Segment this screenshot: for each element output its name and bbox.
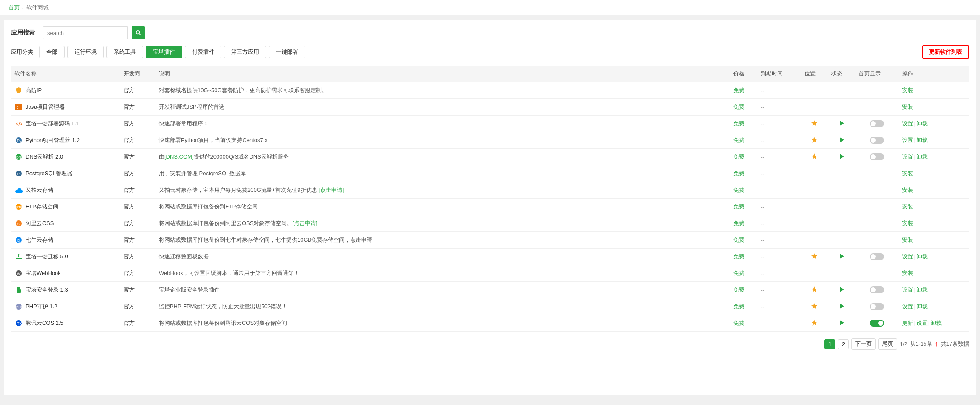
action-btn-卸载[interactable]: 卸载 xyxy=(917,137,928,143)
cat-btn-systool[interactable]: 系统工具 xyxy=(106,46,143,58)
action-btn-卸载[interactable]: 卸载 xyxy=(917,120,928,127)
cat-btn-all[interactable]: 全部 xyxy=(39,46,65,58)
app-desc: 快速部署常用程序！ xyxy=(155,116,730,132)
status-play-icon[interactable] xyxy=(839,253,845,259)
app-price: 免费 xyxy=(730,315,757,332)
app-status xyxy=(828,249,855,265)
action-sep: | xyxy=(928,320,930,326)
action-btn-安装[interactable]: 安装 xyxy=(902,203,913,210)
search-icon xyxy=(135,30,141,36)
app-actions: 安装 xyxy=(899,182,969,199)
status-play-icon[interactable] xyxy=(839,303,845,309)
homepage-toggle[interactable] xyxy=(870,320,884,327)
status-play-icon[interactable] xyxy=(839,137,845,143)
table-header-row: 软件名称 开发商 说明 价格 到期时间 位置 状态 首页显示 操作 xyxy=(11,66,969,82)
action-btn-设置[interactable]: 设置 xyxy=(902,137,913,143)
action-btn-设置[interactable]: 设置 xyxy=(902,286,913,293)
homepage-toggle[interactable] xyxy=(870,303,884,310)
cat-btn-paid[interactable]: 付费插件 xyxy=(185,46,221,58)
app-status xyxy=(828,298,855,315)
svg-marker-37 xyxy=(840,320,844,325)
cat-btn-oneclick[interactable]: 一键部署 xyxy=(269,46,305,58)
app-actions: 安装 xyxy=(899,215,969,232)
page-btn-last[interactable]: 尾页 xyxy=(878,338,897,350)
page-btn-next[interactable]: 下一页 xyxy=(851,338,876,350)
app-icon: A xyxy=(14,219,23,228)
homepage-toggle[interactable] xyxy=(870,253,884,260)
status-play-icon[interactable] xyxy=(839,120,845,126)
action-btn-安装[interactable]: 安装 xyxy=(902,87,913,93)
action-btn-设置[interactable]: 设置 xyxy=(902,120,913,127)
breadcrumb-home[interactable]: 首页 xyxy=(9,4,20,12)
cat-btn-panel[interactable]: 宝塔插件 xyxy=(146,46,182,58)
page-btn-2[interactable]: 2 xyxy=(838,339,849,349)
app-desc-link[interactable]: [点击申请] xyxy=(319,187,344,193)
action-btn-安装[interactable]: 安装 xyxy=(902,170,913,176)
col-expire: 到期时间 xyxy=(757,66,801,82)
app-name: 腾讯云COS 2.5 xyxy=(26,319,63,327)
homepage-toggle[interactable] xyxy=(870,153,884,160)
app-actions: 安装 xyxy=(899,165,969,182)
page-btn-1[interactable]: 1 xyxy=(824,339,835,349)
search-input[interactable] xyxy=(43,26,128,39)
app-pos xyxy=(801,232,828,249)
action-btn-设置[interactable]: 设置 xyxy=(902,253,913,260)
svg-text:W: W xyxy=(17,272,21,276)
app-desc-link[interactable]: [DNS.COM] xyxy=(164,153,194,160)
action-btn-安装[interactable]: 安装 xyxy=(902,237,913,243)
pos-star-icon[interactable] xyxy=(811,286,818,293)
main-content: 应用搜索 应用分类 全部 运行环境 系统工具 宝塔插件 付费插件 第三方应用 一… xyxy=(4,20,976,395)
cat-btn-third[interactable]: 第三方应用 xyxy=(224,46,266,58)
action-btn-卸载[interactable]: 卸载 xyxy=(917,286,928,293)
app-icon xyxy=(14,86,23,95)
svg-marker-6 xyxy=(840,121,844,126)
app-status xyxy=(828,99,855,116)
action-btn-卸载[interactable]: 卸载 xyxy=(917,253,928,260)
homepage-toggle[interactable] xyxy=(870,137,884,144)
app-icon: </> xyxy=(14,119,23,128)
app-icon: TX xyxy=(14,319,23,327)
cat-btn-runtime[interactable]: 运行环境 xyxy=(67,46,104,58)
update-list-button[interactable]: 更新软件列表 xyxy=(922,45,969,59)
action-btn-更新[interactable]: 更新 xyxy=(902,320,913,326)
action-btn-卸载[interactable]: 卸载 xyxy=(917,153,928,160)
pos-star-icon[interactable] xyxy=(811,253,818,260)
app-pos xyxy=(801,298,828,315)
action-btn-安装[interactable]: 安装 xyxy=(902,220,913,226)
pos-star-icon[interactable] xyxy=(811,319,818,326)
action-btn-安装[interactable]: 安装 xyxy=(902,104,913,110)
app-expire: -- xyxy=(757,82,801,99)
app-dev: 官方 xyxy=(120,249,155,265)
app-desc-link[interactable]: [点击申请] xyxy=(292,220,317,226)
svg-marker-5 xyxy=(811,120,817,126)
action-sep: | xyxy=(914,120,915,127)
action-btn-设置[interactable]: 设置 xyxy=(902,153,913,160)
homepage-toggle[interactable] xyxy=(870,286,884,293)
action-btn-卸载[interactable]: 卸载 xyxy=(917,303,928,310)
col-name: 软件名称 xyxy=(11,66,120,82)
app-name: 高防IP xyxy=(26,87,42,94)
action-btn-设置[interactable]: 设置 xyxy=(902,303,913,310)
pos-star-icon[interactable] xyxy=(811,303,818,310)
action-btn-安装[interactable]: 安装 xyxy=(902,187,913,193)
app-icon: Q xyxy=(14,236,23,244)
app-name-cell: J Java项目管理器 xyxy=(14,103,117,111)
action-btn-安装[interactable]: 安装 xyxy=(902,270,913,276)
app-homepage xyxy=(855,315,899,332)
search-button[interactable] xyxy=(132,26,145,39)
status-play-icon[interactable] xyxy=(839,320,845,326)
app-price: 免费 xyxy=(730,165,757,182)
app-actions: 设置|卸载 xyxy=(899,298,969,315)
action-sep: | xyxy=(914,253,915,260)
app-name-cell: DNS DNS云解析 2.0 xyxy=(14,153,117,161)
status-play-icon[interactable] xyxy=(839,286,845,292)
app-pos xyxy=(801,315,828,332)
pos-star-icon[interactable] xyxy=(811,136,818,143)
pos-star-icon[interactable] xyxy=(811,120,818,127)
app-pos xyxy=(801,215,828,232)
action-btn-卸载[interactable]: 卸载 xyxy=(931,320,942,326)
pos-star-icon[interactable] xyxy=(811,153,818,160)
status-play-icon[interactable] xyxy=(839,153,845,159)
homepage-toggle[interactable] xyxy=(870,120,884,127)
action-btn-设置[interactable]: 设置 xyxy=(917,320,928,326)
